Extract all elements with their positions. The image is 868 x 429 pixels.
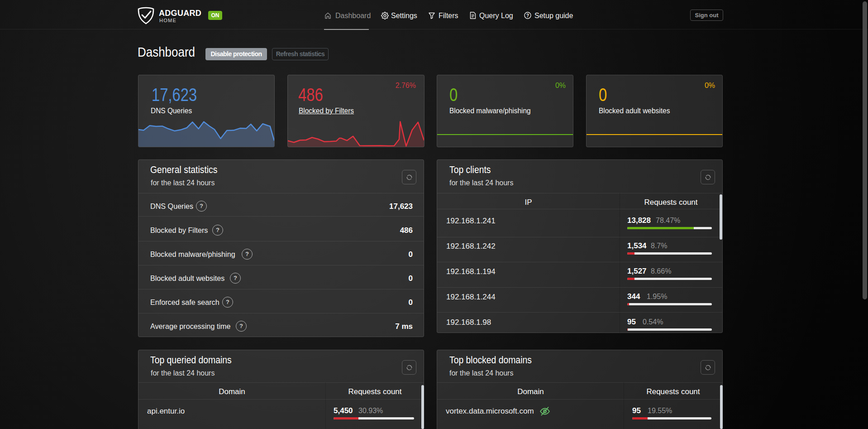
svg-text:?: ? (526, 13, 529, 18)
